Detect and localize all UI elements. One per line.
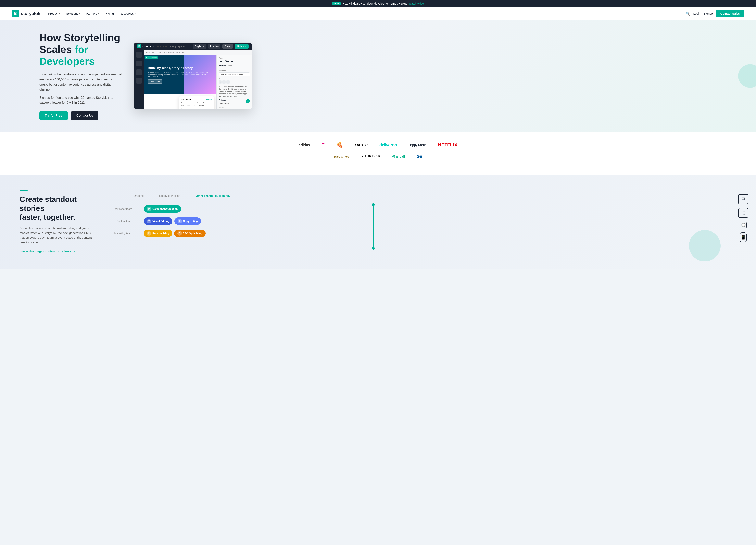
logo-ge: GE [417,154,422,159]
ui-mockup: B storyblok Ready to publish English ▾ [134,43,252,109]
ui-hero-text: Block by block, story by story. 81,000+ … [144,62,216,88]
chevron-down-icon: ▾ [59,12,60,15]
logo-adidas: adidas [298,143,310,147]
nav-item-resources[interactable]: Resources ▾ [120,12,136,15]
features-section: Create standout stories faster, together… [0,175,756,270]
ui-sidebar-icon[interactable] [136,61,142,66]
ui-panel-title: Hero Section [219,60,250,63]
search-icon[interactable]: 🔍 [686,11,690,16]
signup-button[interactable]: Signup [704,12,713,15]
ui-comment-input[interactable] [181,108,212,109]
ui-dot [165,46,167,47]
ui-content-area: https://1213113.dev.storyblok.com/home H… [144,50,252,109]
hero-content: How Storytelling Scales for Developers S… [39,32,122,120]
ui-bold-tool[interactable]: B [219,81,222,84]
hero-description-2: Sign up for free and see why G2 named St… [39,95,122,105]
ui-mockup-topbar: B storyblok Ready to publish English ▾ [134,43,252,50]
logo-text: storyblok [21,11,40,16]
ui-dot [160,46,161,47]
nav-item-partners[interactable]: Partners ▾ [86,12,99,15]
new-badge: NEW [332,2,341,5]
ui-headline-editor[interactable]: Block by block, story by story. [219,72,250,76]
chevron-down-icon: ▾ [135,12,136,15]
smartwatch-icon: ⌚ [740,222,747,229]
chevron-down-icon: ▾ [203,45,204,48]
ui-status: Ready to publish [170,45,186,48]
decorative-circle [738,64,756,88]
arrow-icon: → [72,250,75,253]
ui-save-button[interactable]: Save [222,44,233,49]
ui-tab-style[interactable]: Style [228,64,232,67]
ui-logo: B storyblok [137,44,154,48]
logos-row-1: adidas T 🍕 OATLY! deliveroo Happy Socks … [20,142,736,148]
team-label-marketing: Marketing team [110,232,132,235]
ui-publish-button[interactable]: Publish [235,44,249,49]
ui-resolve-button[interactable]: Resolve [206,98,212,101]
ui-preview-button[interactable]: Preview [208,44,221,49]
task-avatar: C [178,219,182,223]
ui-properties-panel: Page > Hero Section General Style Headli… [216,55,252,109]
logo-marcpolo: Marc O'Polo [334,155,349,158]
ui-nav-dots [157,46,167,47]
features-right: Drafting Ready to Publish Omni-channel p… [110,190,736,254]
ui-discussion-message: Duhan just updated the headline to 'Bloc… [181,102,212,107]
ui-language-button[interactable]: English ▾ [193,44,206,49]
ui-body: https://1213113.dev.storyblok.com/home H… [134,50,252,109]
ui-tab-general[interactable]: General [219,64,226,67]
features-link[interactable]: Learn about agile content workflows → [20,250,95,253]
logo[interactable]: B storyblok [12,10,40,17]
ui-list-tool[interactable]: ≡ [226,81,230,84]
logo-happysocks: Happy Socks [409,143,426,147]
ui-sidebar-icon[interactable] [136,52,142,58]
ui-dot [157,46,159,47]
ui-sidebar-icon[interactable] [136,78,142,84]
ui-desc-text: 81,000+ developers & marketers use Story… [219,85,250,98]
task-component-creation: D Component Creation [144,205,181,213]
try-for-free-button[interactable]: Try for Free [39,111,68,120]
device-icons: 🖥 ⬚ ⌚ 📱 [738,194,748,242]
features-description: Streamline collaboration, breakdown silo… [20,226,95,245]
decorative-circle-features [689,230,721,262]
task-visual-editing: V Visual Editing [144,218,172,225]
nav-item-pricing[interactable]: Pricing [105,12,114,15]
features-title: Create standout stories faster, together… [20,195,95,222]
logo-oatly: OATLY! [355,143,367,147]
login-button[interactable]: Login [693,12,700,15]
ui-learn-more-button[interactable]: Learn More [148,80,162,84]
task-avatar: S [177,231,182,236]
hero-image-mockup: B storyblok Ready to publish English ▾ [134,43,252,109]
ui-hero-section: Hero Section Block by block, story by st… [144,55,216,94]
nav-item-solutions[interactable]: Solutions ▾ [66,12,80,15]
ui-italic-tool[interactable]: I [222,81,226,84]
monitor-icon: 🖥 [738,194,748,204]
task-copywriting: C Copywriting [174,218,201,225]
ui-dot [163,46,164,47]
ui-logo-icon: B [137,44,141,48]
contact-us-button[interactable]: Contact Us [71,111,98,120]
hero-description-1: Storyblok is the headless content manage… [39,72,122,92]
task-avatar: V [147,219,151,223]
ui-discussion-panel: Discussion Resolve Duhan just updated th… [179,96,214,109]
team-label-content: Content team [110,220,132,223]
ui-buttons-heading: Buttons + [219,99,250,101]
marketing-tasks: P Personalizing S SEO Optimising [144,230,206,237]
ui-panel-tabs: General Style [219,64,250,68]
developer-tasks: D Component Creation [144,205,181,213]
ui-url-bar: https://1213113.dev.storyblok.com/home [144,50,252,55]
chevron-down-icon: ▾ [79,12,80,15]
ui-button-item: Learn More [219,103,250,105]
ui-sidebar-icon[interactable] [136,69,142,75]
announcement-link[interactable]: Watch video [409,2,424,5]
logos-row-2: Marc O'Polo ▲ AUTODESK ◎ aircall GE [20,154,736,159]
chevron-down-icon: ▾ [98,12,99,15]
contact-sales-button[interactable]: Contact Sales [716,10,744,17]
team-label-developer: Developer team [110,208,132,210]
nav-item-product[interactable]: Product ▾ [48,12,60,15]
logo-autodesk: ▲ AUTODESK [361,155,380,158]
hero-title: How Storytelling Scales for Developers [39,32,122,67]
logo-pizzahut: 🍕 [336,142,343,148]
ui-image-label: Image [219,106,250,108]
phone-icon: 📱 [740,233,747,242]
workflow-diagram: Drafting Ready to Publish Omni-channel p… [110,190,736,254]
features-accent-line [20,190,28,191]
